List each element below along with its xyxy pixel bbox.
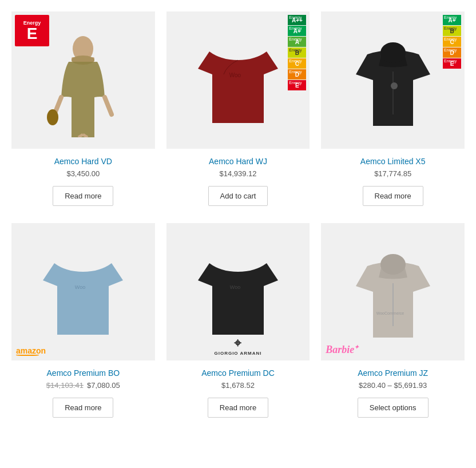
energy-badge-b: EnergyB [443, 26, 461, 36]
product-price: $280.40 – $5,691.93 [359, 381, 427, 390]
svg-text:WooCommerce: WooCommerce [376, 311, 404, 315]
energy-badge-e: EnergyE [443, 58, 461, 69]
product-name[interactable]: Aemco Premium BO [47, 368, 120, 378]
energy-badge-b: EnergyB [288, 47, 306, 58]
barbie-logo: Barbie✦ [326, 344, 359, 356]
svg-text:Woo: Woo [75, 284, 85, 290]
product-price: $1,678.52 [221, 381, 255, 390]
read-more-button[interactable]: Read more [208, 398, 268, 418]
product-card-aemco-premium-jz: WooCommerce Barbie✦Aemco Premium JZ$280.… [321, 223, 465, 418]
energy-badge-aplus+: EnergyA++ [288, 15, 306, 25]
svg-point-9 [380, 42, 406, 63]
product-price: $14,939.12 [219, 169, 256, 178]
product-image-wrap: Woo amazon [11, 223, 155, 360]
energy-badge-aplus: EnergyA+ [288, 26, 306, 36]
svg-text:Woo: Woo [229, 72, 241, 78]
select-options-button[interactable]: Select options [358, 398, 429, 418]
product-price: $3,450.00 [66, 169, 100, 178]
product-image-wrap: EnergyE [11, 11, 155, 149]
product-name[interactable]: Aemco Hard WJ [209, 157, 267, 166]
energy-badge-d: EnergyD [443, 47, 461, 58]
energy-badge-aplus: EnergyA+ [443, 15, 461, 25]
add-to-cart-button[interactable]: Add to cart [208, 186, 268, 206]
product-name[interactable]: Aemco Premium DC [201, 368, 275, 378]
read-more-button[interactable]: Read more [363, 186, 423, 206]
read-more-button[interactable]: Read more [53, 186, 113, 206]
svg-point-11 [391, 82, 398, 89]
svg-point-4 [47, 109, 58, 125]
product-card-aemco-hard-wj: Woo EnergyA++EnergyA+EnergyAEnergyBEnerg… [166, 11, 310, 206]
product-name[interactable]: Aemco Premium JZ [358, 368, 428, 378]
price-new: $7,080.05 [87, 381, 120, 390]
product-name[interactable]: Aemco Limited X5 [360, 157, 426, 166]
product-image-wrap: Woo ⌖ GIORGIO ARMANI [166, 223, 310, 360]
energy-badge-e: EnergyE [288, 80, 306, 90]
energy-label-single: EnergyE [15, 15, 49, 46]
read-more-button[interactable]: Read more [53, 398, 113, 418]
product-grid: EnergyEAemco Hard VD$3,450.00Read more W… [11, 11, 465, 418]
product-card-aemco-limited-x5: EnergyA+EnergyBEnergyCEnergyDEnergyEAemc… [321, 11, 465, 206]
product-price: $17,774.85 [374, 169, 411, 178]
product-name[interactable]: Aemco Hard VD [54, 157, 112, 166]
energy-badge-stack: EnergyA++EnergyA+EnergyAEnergyBEnergyCEn… [288, 15, 306, 90]
product-image-wrap: WooCommerce Barbie✦ [321, 223, 465, 360]
energy-badge-c: EnergyC [443, 37, 461, 47]
product-price: $14,103.41$7,080.05 [46, 381, 120, 390]
energy-badge-a: EnergyA [288, 37, 306, 47]
product-card-aemco-premium-dc: Woo ⌖ GIORGIO ARMANI Aemco Premium DC$1,… [166, 223, 310, 418]
product-image-wrap: Woo EnergyA++EnergyA+EnergyAEnergyBEnerg… [166, 11, 310, 149]
svg-point-14 [380, 254, 406, 275]
price-old: $14,103.41 [46, 381, 84, 390]
armani-logo: ⌖ GIORGIO ARMANI [214, 336, 261, 356]
energy-badge-stack: EnergyA+EnergyBEnergyCEnergyDEnergyE [443, 15, 461, 69]
energy-badge-c: EnergyC [288, 58, 306, 69]
product-image-wrap: EnergyA+EnergyBEnergyCEnergyDEnergyE [321, 11, 465, 149]
energy-badge-d: EnergyD [288, 69, 306, 80]
product-card-aemco-premium-bo: Woo amazonAemco Premium BO$14,103.41$7,0… [11, 223, 155, 418]
price-range: $280.40 – $5,691.93 [359, 381, 427, 390]
product-card-aemco-hard-vd: EnergyEAemco Hard VD$3,450.00Read more [11, 11, 155, 206]
svg-point-2 [72, 55, 94, 65]
amazon-logo: amazon [16, 346, 46, 356]
svg-text:Woo: Woo [230, 284, 240, 290]
svg-line-5 [105, 97, 112, 114]
